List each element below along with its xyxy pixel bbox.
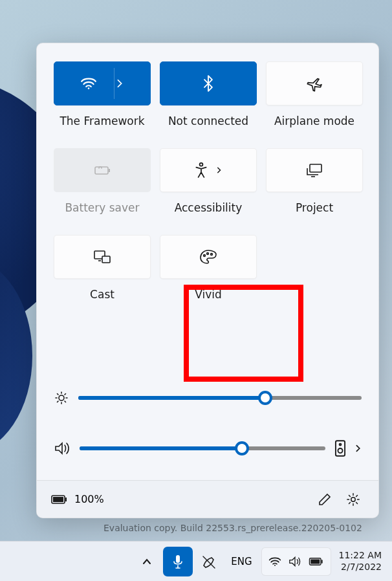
airplane-mode-tile[interactable]: [266, 61, 363, 105]
svg-rect-16: [65, 498, 67, 501]
palette-icon: [199, 249, 217, 265]
wifi-tile[interactable]: [54, 61, 151, 105]
svg-point-8: [207, 253, 209, 255]
language-button[interactable]: ENG: [226, 547, 257, 576]
cast-tile[interactable]: [54, 235, 151, 279]
sliders-area: [37, 375, 378, 480]
svg-rect-18: [176, 555, 180, 563]
svg-rect-15: [53, 497, 63, 502]
quick-settings-panel: The Framework Not connected Airplane mod…: [36, 43, 379, 518]
chevron-right-icon[interactable]: [216, 166, 223, 174]
audio-output-icon[interactable]: [334, 440, 346, 457]
volume-icon: [288, 556, 302, 567]
brightness-slider[interactable]: [78, 396, 362, 400]
svg-rect-2: [109, 169, 110, 172]
project-tile[interactable]: [266, 148, 363, 192]
airplane-mode-tile-label: Airplane mode: [274, 115, 354, 127]
split-divider: [114, 68, 114, 99]
svg-point-0: [88, 87, 90, 89]
taskbar: ENG 11:22 AM 2/7/2022: [0, 541, 392, 581]
airplane-icon: [306, 75, 323, 92]
svg-point-10: [59, 395, 64, 400]
brightness-icon: [54, 390, 69, 406]
bluetooth-tile-label: Not connected: [168, 115, 248, 127]
accessibility-icon: [194, 162, 208, 178]
build-watermark: Evaluation copy. Build 22553.rs_prerelea…: [103, 523, 362, 533]
battery-icon: [309, 557, 324, 566]
volume-slider[interactable]: [80, 446, 325, 450]
pencil-icon: [318, 492, 332, 507]
chevron-right-icon[interactable]: [115, 79, 124, 88]
svg-rect-22: [321, 560, 322, 563]
svg-point-17: [351, 497, 355, 501]
volume-slider-row: [54, 432, 362, 465]
svg-rect-4: [310, 164, 321, 172]
bluetooth-tile[interactable]: [160, 61, 257, 105]
wifi-icon: [268, 556, 281, 567]
clock-time: 11:22 AM: [339, 550, 382, 562]
volume-icon: [54, 441, 71, 455]
wifi-tile-label: The Framework: [60, 115, 144, 127]
cast-tile-label: Cast: [90, 288, 114, 301]
svg-point-19: [274, 564, 276, 565]
battery-text: 100%: [74, 493, 104, 505]
battery-icon[interactable]: [51, 494, 68, 505]
project-tile-label: Project: [296, 201, 333, 214]
battery-saver-icon: [93, 164, 112, 177]
clock-button[interactable]: 11:22 AM 2/7/2022: [335, 550, 386, 573]
brightness-slider-row: [54, 382, 362, 414]
battery-saver-tile: [54, 148, 151, 192]
system-tray[interactable]: [261, 547, 331, 576]
svg-point-13: [338, 448, 342, 453]
panel-footer: 100%: [37, 480, 378, 518]
cast-icon: [93, 250, 111, 264]
edit-quick-settings-button[interactable]: [314, 488, 336, 510]
svg-point-9: [211, 254, 213, 256]
wifi-icon: [80, 77, 97, 90]
svg-rect-6: [102, 256, 110, 263]
battery-saver-tile-label: Battery saver: [65, 201, 139, 214]
svg-point-3: [200, 163, 203, 166]
language-text: ENG: [231, 556, 252, 567]
settings-button[interactable]: [342, 488, 364, 510]
vivid-tile[interactable]: [160, 235, 257, 279]
vivid-tile-label: Vivid: [195, 288, 222, 301]
tray-overflow-button[interactable]: [133, 547, 161, 576]
svg-rect-21: [310, 559, 320, 564]
clock-date: 2/7/2022: [341, 562, 382, 573]
accessibility-tile-label: Accessibility: [175, 201, 243, 214]
gear-icon: [346, 492, 360, 507]
svg-point-7: [204, 255, 206, 257]
project-icon: [305, 163, 323, 177]
accessibility-tile[interactable]: [160, 148, 257, 192]
pen-button[interactable]: [195, 547, 223, 576]
bluetooth-icon: [203, 75, 213, 92]
svg-point-12: [340, 444, 342, 446]
chevron-right-icon[interactable]: [355, 444, 362, 453]
microphone-button[interactable]: [164, 547, 192, 576]
tiles-area: The Framework Not connected Airplane mod…: [37, 43, 378, 375]
